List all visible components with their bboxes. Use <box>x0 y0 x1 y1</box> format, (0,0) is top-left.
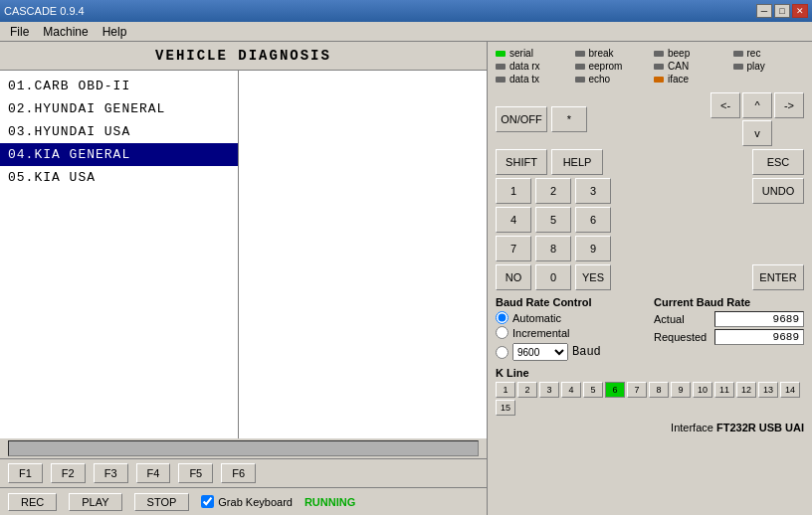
shift-button[interactable]: SHIFT <box>496 149 547 175</box>
incremental-radio[interactable] <box>496 326 508 339</box>
fkey-f3[interactable]: F3 <box>94 463 128 483</box>
maximize-button[interactable]: □ <box>774 4 790 18</box>
play-button[interactable]: PLAY <box>69 493 121 511</box>
fkey-f5[interactable]: F5 <box>178 463 213 483</box>
keypad: ON/OFF * <- ^ v -> SHIFT HEL <box>496 92 804 290</box>
fkey-f6[interactable]: F6 <box>221 463 256 483</box>
close-button[interactable]: ✕ <box>792 4 808 18</box>
kline-btn-1[interactable]: 1 <box>496 382 515 398</box>
nav-up-button[interactable]: ^ <box>742 92 772 118</box>
keypad-row-6: NO 0 YES ENTER <box>496 264 804 290</box>
indicator-iface: iface <box>654 74 725 85</box>
menu-list-item-5[interactable]: 05.KIA USA <box>0 166 238 189</box>
baud-radio-group: Automatic Incremental 9600 19200 38400 5… <box>496 311 646 361</box>
scrollbar[interactable] <box>8 440 479 456</box>
kline-btn-6[interactable]: 6 <box>605 382 625 398</box>
key-7[interactable]: 7 <box>496 236 531 261</box>
indicator-label-CAN: CAN <box>668 61 689 72</box>
rec-button[interactable]: REC <box>8 493 57 511</box>
esc-button[interactable]: ESC <box>752 149 804 175</box>
kline-btn-5[interactable]: 5 <box>583 382 603 398</box>
key-8[interactable]: 8 <box>535 236 571 261</box>
yes-button[interactable]: YES <box>575 264 611 290</box>
no-button[interactable]: NO <box>496 264 531 290</box>
key-6[interactable]: 6 <box>575 207 611 233</box>
baud-select[interactable]: 9600 19200 38400 57600 115200 <box>512 343 568 361</box>
key-5[interactable]: 5 <box>535 207 571 233</box>
incremental-label: Incremental <box>512 327 569 339</box>
led-data-tx <box>496 77 506 83</box>
status-bar: REC PLAY STOP Grab Keyboard RUNNING <box>0 487 487 515</box>
led-break <box>575 51 585 57</box>
key-2[interactable]: 2 <box>535 178 571 204</box>
kline-buttons: 123456789101112131415 <box>496 382 804 416</box>
minimize-button[interactable]: ─ <box>756 4 772 18</box>
kline-btn-14[interactable]: 14 <box>780 382 800 398</box>
menu-list: 01.CARB OBD-II02.HYUNDAI GENERAL03.HYUND… <box>0 71 239 438</box>
nav-row-top: <- ^ v -> <box>710 92 804 146</box>
menu-list-item-3[interactable]: 03.HYUNDAI USA <box>0 120 238 143</box>
requested-label: Requested <box>654 331 707 343</box>
nav-down-button[interactable]: v <box>742 120 772 146</box>
automatic-label: Automatic <box>512 312 561 324</box>
key-1[interactable]: 1 <box>496 178 531 204</box>
indicator-label-echo: echo <box>589 74 611 85</box>
manual-baud-radio[interactable] <box>496 346 508 359</box>
indicator-label-rec: rec <box>747 48 761 59</box>
menu-file[interactable]: File <box>4 23 35 41</box>
keypad-row-1: ON/OFF * <- ^ v -> <box>496 92 804 146</box>
menu-list-item-1[interactable]: 01.CARB OBD-II <box>0 75 238 97</box>
title-bar-title: CASCADE 0.9.4 <box>4 5 85 17</box>
actual-value: 9689 <box>714 311 804 327</box>
kline-btn-8[interactable]: 8 <box>649 382 669 398</box>
menu-machine[interactable]: Machine <box>37 23 94 41</box>
onoff-button[interactable]: ON/OFF <box>496 106 547 132</box>
kline-btn-4[interactable]: 4 <box>561 382 581 398</box>
keypad-row-4: 4 5 6 <box>496 207 804 233</box>
menu-list-item-4[interactable]: 04.KIA GENERAL <box>0 143 238 166</box>
fkey-f2[interactable]: F2 <box>51 463 86 483</box>
kline-btn-10[interactable]: 10 <box>693 382 712 398</box>
indicator-label-iface: iface <box>668 74 689 85</box>
kline-btn-9[interactable]: 9 <box>671 382 691 398</box>
fkey-f1[interactable]: F1 <box>8 463 43 483</box>
key-3[interactable]: 3 <box>575 178 611 204</box>
kline-btn-7[interactable]: 7 <box>627 382 647 398</box>
grab-keyboard-checkbox[interactable] <box>201 495 214 508</box>
stop-button[interactable]: STOP <box>134 493 190 511</box>
menu-help[interactable]: Help <box>97 23 133 41</box>
undo-button[interactable]: UNDO <box>752 178 804 204</box>
left-panel: VEHICLE DIAGNOSIS 01.CARB OBD-II02.HYUND… <box>0 42 488 515</box>
kline-btn-13[interactable]: 13 <box>758 382 778 398</box>
keypad-row-3: 1 2 3 UNDO <box>496 178 804 204</box>
kline-btn-2[interactable]: 2 <box>517 382 537 398</box>
fkey-f4[interactable]: F4 <box>136 463 171 483</box>
kline-btn-11[interactable]: 11 <box>714 382 734 398</box>
menu-list-item-2[interactable]: 02.HYUNDAI GENERAL <box>0 97 238 120</box>
indicator-play: play <box>733 61 805 72</box>
interface-value: FT232R USB UAI <box>716 422 804 433</box>
kline-btn-15[interactable]: 15 <box>496 400 515 416</box>
diag-header: VEHICLE DIAGNOSIS <box>0 42 487 71</box>
interface-label: Interface <box>671 422 713 433</box>
indicator-data-tx: data tx <box>496 74 567 85</box>
nav-left-button[interactable]: <- <box>710 92 740 118</box>
led-rec <box>733 51 743 57</box>
baud-label: Baud <box>572 345 601 359</box>
automatic-radio[interactable] <box>496 311 508 324</box>
menu-bar: File Machine Help <box>0 22 812 42</box>
key-4[interactable]: 4 <box>496 207 531 233</box>
help-button[interactable]: HELP <box>551 149 603 175</box>
fkey-bar: F1F2F3F4F5F6 <box>0 458 487 487</box>
key-9[interactable]: 9 <box>575 236 611 261</box>
interface-bar: Interface FT232R USB UAI <box>496 420 804 435</box>
kline-btn-12[interactable]: 12 <box>736 382 756 398</box>
kline-title: K Line <box>496 367 804 379</box>
enter-button[interactable]: ENTER <box>752 264 804 290</box>
key-0[interactable]: 0 <box>535 264 571 290</box>
nav-right-button[interactable]: -> <box>774 92 804 118</box>
indicator-label-serial: serial <box>509 48 533 59</box>
led-CAN <box>654 64 664 70</box>
star-button[interactable]: * <box>551 106 587 132</box>
kline-btn-3[interactable]: 3 <box>539 382 559 398</box>
